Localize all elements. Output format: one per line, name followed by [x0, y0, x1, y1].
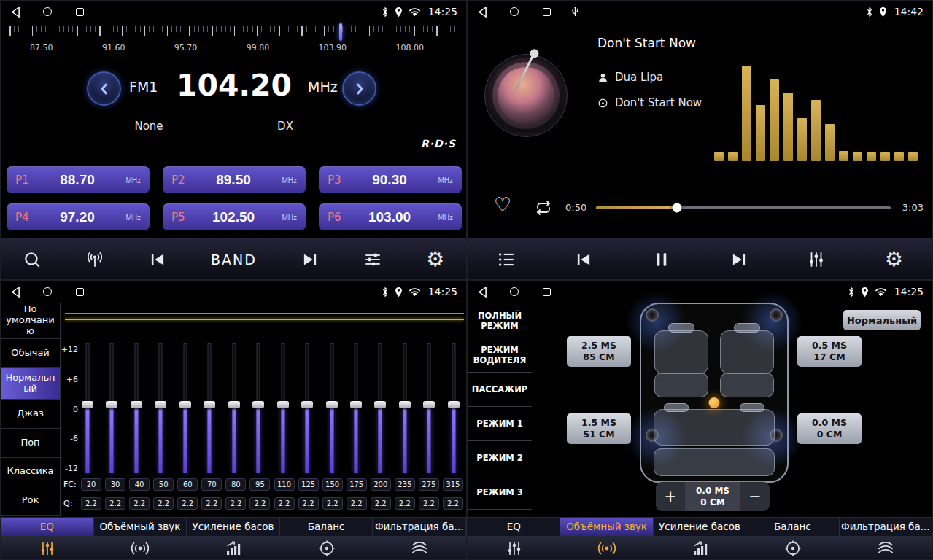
tab-surround[interactable]: Объёмный звук [94, 518, 187, 536]
prev-station-button[interactable] [148, 250, 167, 269]
eq-preset-pop[interactable]: Поп [1, 429, 60, 458]
q-value[interactable]: 2.2 [249, 497, 270, 510]
tab-eq[interactable]: EQ [468, 518, 560, 536]
fc-value[interactable]: 50 [153, 478, 174, 491]
q-value[interactable]: 2.2 [347, 497, 367, 510]
eq-band-slider[interactable] [422, 343, 435, 473]
eq-preset-custom[interactable]: Обычай [1, 339, 60, 368]
mode-full[interactable]: ПОЛНЫЙ РЕЖИМ [468, 304, 532, 338]
filter-tab-icon[interactable] [373, 536, 466, 560]
fc-value[interactable]: 20 [81, 478, 101, 491]
mode-3[interactable]: РЕЖИМ 3 [468, 475, 532, 510]
fc-value[interactable]: 30 [105, 478, 125, 491]
tab-bass-boost[interactable]: Усиление басов [187, 518, 280, 536]
field-preset-button[interactable]: Нормальный [843, 310, 921, 330]
front-left-speaker-icon[interactable] [646, 308, 659, 322]
delay-rear-right-button[interactable]: 0.0 MS 0 CM [797, 413, 862, 444]
back-button[interactable] [9, 6, 21, 18]
preset-p3[interactable]: P3 90.30 MHz [319, 166, 462, 193]
q-value[interactable]: 2.2 [443, 497, 463, 510]
fc-value[interactable]: 235 [395, 478, 415, 491]
tune-down-button[interactable] [87, 71, 121, 106]
delay-front-right-button[interactable]: 0.5 MS 17 CM [797, 336, 862, 367]
tab-bass-boost[interactable]: Усиление басов [654, 518, 746, 536]
q-value[interactable]: 2.2 [225, 497, 246, 510]
eq-slider-thumb[interactable] [277, 401, 289, 408]
q-value[interactable]: 2.2 [177, 497, 198, 510]
tab-surround[interactable]: Объёмный звук [560, 518, 653, 536]
eq-band-slider[interactable] [228, 343, 241, 473]
scan-button[interactable] [85, 250, 104, 269]
q-value[interactable]: 2.2 [81, 497, 101, 510]
eq-band-slider[interactable] [447, 343, 460, 473]
surround-tab-icon[interactable] [560, 536, 653, 560]
eq-slider-thumb[interactable] [204, 401, 215, 408]
listening-position-marker[interactable] [709, 397, 720, 408]
rear-bench-seat[interactable] [654, 406, 775, 476]
back-button[interactable] [476, 286, 488, 298]
next-station-button[interactable] [301, 250, 320, 269]
q-value[interactable]: 2.2 [201, 497, 222, 510]
fc-value[interactable]: 95 [249, 478, 270, 491]
q-value[interactable]: 2.2 [129, 497, 150, 510]
eq-slider-thumb[interactable] [301, 401, 313, 408]
eq-slider-thumb[interactable] [399, 401, 411, 408]
eq-slider-thumb[interactable] [82, 401, 93, 408]
q-value[interactable]: 2.2 [274, 497, 295, 510]
eq-slider-thumb[interactable] [179, 401, 191, 408]
tab-balance[interactable]: Баланс [280, 518, 373, 536]
fc-value[interactable]: 150 [322, 478, 343, 491]
delay-rear-left-button[interactable]: 1.5 MS 51 CM [567, 413, 631, 444]
home-button[interactable] [508, 6, 520, 18]
q-value[interactable]: 2.2 [105, 497, 125, 510]
eq-preset-classic[interactable]: Классика [1, 458, 60, 487]
eq-band-slider[interactable] [252, 343, 265, 473]
q-value[interactable]: 2.2 [298, 497, 319, 510]
eq-band-slider[interactable] [276, 343, 290, 473]
fc-value[interactable]: 40 [129, 478, 150, 491]
eq-settings-button[interactable] [807, 250, 826, 269]
home-button[interactable] [508, 286, 520, 298]
eq-band-slider[interactable] [398, 343, 411, 473]
fc-value[interactable]: 175 [347, 478, 367, 491]
q-value[interactable]: 2.2 [153, 497, 174, 510]
mode-driver[interactable]: РЕЖИМ ВОДИТЕЛЯ [468, 338, 532, 373]
seek-bar[interactable] [596, 206, 891, 209]
recents-button[interactable] [541, 286, 552, 298]
back-button[interactable] [476, 6, 488, 18]
tab-filter[interactable]: Фильтрация ба... [840, 518, 932, 536]
preset-p6[interactable]: P6 103.00 MHz [319, 203, 462, 230]
eq-tab-icon[interactable] [1, 536, 94, 560]
eq-band-slider[interactable] [373, 343, 387, 473]
preset-p2[interactable]: P2 89.50 MHz [163, 166, 306, 193]
frequency-dial[interactable]: 87.5091.6095.7099.80103.90108.00 [9, 26, 459, 62]
q-value[interactable]: 2.2 [322, 497, 343, 510]
eq-preset-normal[interactable]: Нормальный [1, 368, 60, 400]
eq-slider-thumb[interactable] [252, 401, 264, 408]
eq-slider-thumb[interactable] [155, 401, 166, 408]
preset-p1[interactable]: P1 88.70 MHz [7, 166, 150, 193]
recents-button[interactable] [74, 286, 85, 298]
eq-tab-icon[interactable] [468, 536, 560, 560]
playlist-button[interactable] [497, 250, 516, 269]
eq-slider-thumb[interactable] [350, 401, 362, 408]
favorite-button[interactable]: ♡ [494, 193, 511, 216]
preset-p5[interactable]: P5 102.50 MHz [163, 203, 306, 230]
mode-2[interactable]: РЕЖИМ 2 [468, 441, 532, 475]
repeat-button[interactable] [535, 199, 552, 217]
eq-band-slider[interactable] [179, 343, 192, 473]
fc-value[interactable]: 80 [225, 478, 246, 491]
eq-band-slider[interactable] [325, 343, 338, 473]
eq-preset-rock[interactable]: Рок [1, 486, 60, 516]
fc-value[interactable]: 125 [298, 478, 319, 491]
bass-tab-icon[interactable] [654, 536, 746, 560]
mode-1[interactable]: РЕЖИМ 1 [468, 407, 532, 441]
q-value[interactable]: 2.2 [371, 497, 391, 510]
back-button[interactable] [9, 286, 21, 298]
eq-slider-thumb[interactable] [228, 401, 240, 408]
eq-preset-jazz[interactable]: Джаз [1, 400, 60, 429]
q-value[interactable]: 2.2 [395, 497, 415, 510]
home-button[interactable] [42, 6, 53, 18]
mode-passenger[interactable]: ПАССАЖИР [468, 373, 532, 407]
fc-value[interactable]: 315 [443, 478, 463, 491]
